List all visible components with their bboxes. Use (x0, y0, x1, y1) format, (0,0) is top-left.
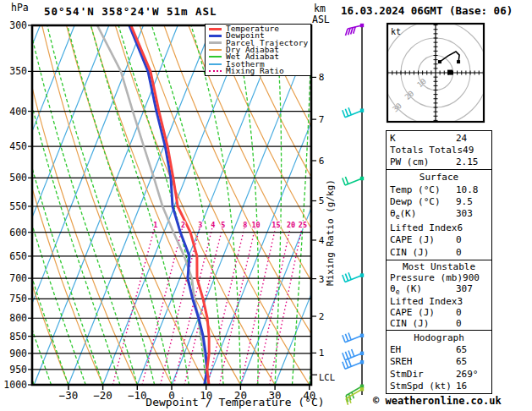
isotherm-line (69, 25, 212, 385)
stats-label: CIN (J) (390, 318, 456, 329)
stats-label: K (390, 133, 456, 144)
stats-label: θe (K) (390, 283, 456, 296)
temperature-curve (131, 25, 209, 385)
wind-barb-tick (346, 29, 348, 36)
pressure-tick-label: 750 (9, 293, 27, 304)
pressure-unit-label: hPa (11, 2, 29, 14)
mixing-ratio-value-label: 8 (243, 221, 247, 229)
stats-hodograph-box: HodographEH65SREH65StmDir269°StmSpd (kt)… (386, 330, 492, 394)
pressure-tick-label: 850 (9, 331, 27, 342)
stats-label: CAPE (J) (390, 234, 456, 245)
stats-row: CIN (J)0 (390, 247, 488, 258)
stats-value: 24 (456, 133, 488, 144)
wind-barb-marker (360, 273, 364, 277)
wind-barb (343, 177, 364, 185)
wind-barb (343, 359, 364, 369)
wind-barb (346, 24, 365, 36)
wind-barb-marker (360, 360, 364, 364)
legend-swatch-thin (209, 49, 222, 51)
temperature-tick-label: −10 (128, 389, 147, 402)
mixing-ratio-line (112, 222, 156, 385)
storm-motion-marker (447, 70, 452, 75)
dry-adiabat-line (18, 25, 137, 385)
wet-adiabat-line (234, 25, 258, 385)
legend-box: TemperatureDewpointParcel TrajectoryDry … (205, 24, 311, 76)
stats-label: StmDir (390, 369, 456, 380)
mixing-ratio-value-label: 15 (271, 221, 280, 229)
legend-swatch-dotted (209, 70, 222, 72)
mixing-ratio-value-label: 1 (153, 221, 157, 229)
stats-row: Lifted Index3 (390, 296, 488, 307)
stats-value: 0 (456, 307, 488, 318)
stats-label: Totals Totals (390, 145, 463, 156)
dewpoint-curve (129, 25, 207, 385)
stats-value: 6 (457, 222, 489, 233)
wind-barb (343, 349, 364, 360)
wind-barb-tick (348, 350, 351, 358)
wind-barb-tick (345, 352, 348, 359)
stats-row: K24 (390, 133, 488, 144)
pressure-tick-label: 500 (9, 172, 27, 184)
copyright-label: © weatheronline.co.uk (373, 395, 502, 407)
km-tick-label: 3 (319, 274, 325, 285)
mixing-ratio-value-label: 10 (251, 221, 260, 229)
stats-row: SREH65 (390, 356, 488, 367)
stats-value: 65 (456, 344, 488, 355)
stats-label: Temp (°C) (390, 184, 456, 195)
mixing-ratio-value-label: 5 (221, 221, 225, 229)
station-title: 50°54'N 358°24'W 51m ASL (44, 5, 217, 18)
hodograph-trace-dot (438, 60, 442, 63)
wet-adiabat-line (293, 25, 312, 385)
wind-barb-tick (343, 110, 345, 118)
wind-barb-tick (343, 362, 345, 370)
legend-label: Mixing Ratio (226, 68, 284, 74)
stats-label: CAPE (J) (390, 307, 456, 318)
wind-barb-column (343, 24, 364, 405)
stats-value: 49 (463, 145, 495, 156)
dry-adiabat-line (115, 25, 275, 385)
wind-barb-tick (345, 334, 348, 342)
mixing-ratio-value-label: 2 (181, 221, 185, 229)
dry-adiabat-line (213, 25, 413, 385)
stats-value: 307 (456, 283, 488, 296)
stats-label: EH (390, 344, 456, 355)
wet-adiabat-line (47, 25, 155, 385)
stats-value: 0 (456, 318, 488, 329)
pressure-tick-label: 1000 (3, 379, 27, 391)
wind-barb-marker (360, 108, 364, 112)
stats-label: θe(K) (390, 208, 456, 221)
wet-adiabat-line (191, 25, 240, 385)
stats-value: 0 (456, 247, 488, 258)
stats-label: Dewp (°C) (390, 196, 456, 207)
wind-barb-tick (343, 353, 345, 360)
hodograph-trace-dot (457, 60, 460, 63)
pressure-tick-label: 700 (9, 272, 27, 284)
stats-row: θe (K)307 (390, 283, 488, 296)
stats-value: 3 (457, 296, 489, 307)
stats-value: 2.15 (456, 156, 488, 167)
stats-row: EH65 (390, 344, 488, 355)
stats-row: θe(K)303 (390, 208, 488, 221)
km-tick-label: 5 (319, 195, 325, 206)
legend-swatch-thin (209, 63, 222, 65)
stats-label: Lifted Index (390, 222, 457, 233)
wind-barb-tick (345, 109, 348, 117)
dry-adiabat-line (189, 25, 378, 385)
wind-barb-marker (360, 177, 364, 180)
wind-barb-tick (348, 107, 351, 115)
pressure-tick-label: 400 (9, 106, 27, 118)
stats-indices-box: K24Totals Totals49PW (cm)2.15 (386, 130, 492, 170)
wind-barb-marker (360, 387, 364, 391)
pressure-tick-label: 450 (9, 140, 27, 152)
stats-section-title: Hodograph (390, 332, 488, 343)
stats-row: Lifted Index6 (390, 222, 488, 233)
mixing-ratio-line (257, 222, 292, 385)
stats-value: 0 (456, 234, 488, 245)
wet-adiabat-line (30, 25, 138, 385)
wind-barb-tick (348, 272, 351, 280)
legend-item: Mixing Ratio (209, 68, 310, 74)
km-tick-label: 7 (319, 114, 325, 125)
isotherm-line (240, 25, 384, 385)
wind-barb-tick (343, 275, 345, 282)
wind-barb-tick (345, 360, 348, 368)
